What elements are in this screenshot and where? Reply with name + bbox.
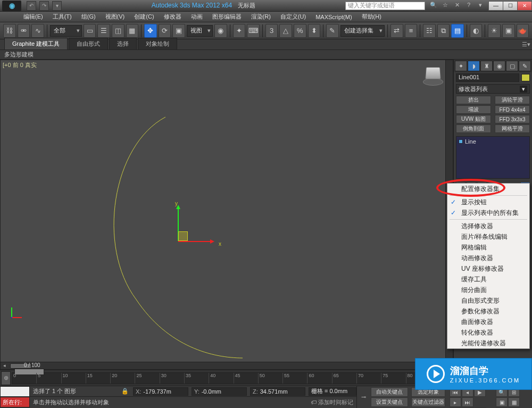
named-sel-combo[interactable]: 创建选择集: [340, 25, 385, 37]
render-setup-icon[interactable]: ☀: [488, 24, 501, 38]
set-key-icon[interactable]: ⊕: [1, 371, 11, 385]
tab-hierarchy-icon[interactable]: ♜: [480, 61, 493, 71]
window-close-button[interactable]: ✕: [517, 1, 532, 11]
ctx-item-7[interactable]: UV 座标修改器: [447, 263, 529, 274]
select-object-icon[interactable]: ▭: [84, 24, 96, 38]
infocenter-exchange-icon[interactable]: ✕: [453, 2, 461, 10]
ctx-item-0[interactable]: 配置修改器集: [447, 184, 529, 194]
schematic-view-icon[interactable]: ▤: [451, 24, 464, 38]
goto-end-icon[interactable]: ⏭: [462, 397, 473, 407]
ctx-item-9[interactable]: 细分曲面: [447, 285, 529, 295]
layers-icon[interactable]: ☷: [423, 24, 436, 38]
curve-editor-icon[interactable]: ⧉: [437, 24, 450, 38]
object-color-swatch[interactable]: [521, 74, 530, 81]
menu-grapheditors[interactable]: 图形编辑器: [208, 12, 246, 22]
stack-toggle-icon[interactable]: [459, 139, 463, 144]
scene-spline[interactable]: [1, 60, 453, 370]
mod-btn-bevelprof[interactable]: 倒角剖面: [456, 124, 491, 133]
ctx-item-2[interactable]: ✓显示列表中的所有集: [447, 207, 529, 218]
viewport-front[interactable]: [+0 前 0 真实 y x ◂ 0 / 100 ▸: [0, 60, 453, 370]
tab-create-icon[interactable]: ✦: [455, 61, 467, 71]
percent-snap-icon[interactable]: %: [294, 24, 306, 38]
ribbon-tab-graphite[interactable]: Graphite 建模工具: [4, 38, 68, 49]
mirror-icon[interactable]: ⇄: [390, 24, 403, 38]
stack-item-line[interactable]: Line: [458, 138, 528, 145]
link-icon[interactable]: ⛓: [3, 24, 16, 38]
angle-snap-icon[interactable]: △: [279, 24, 292, 38]
mod-btn-extrude[interactable]: 挤出: [456, 96, 491, 104]
mod-btn-ffd4[interactable]: FFD 4x4x4: [495, 105, 530, 114]
infocenter-subscription-icon[interactable]: ☆: [441, 2, 450, 10]
app-icon[interactable]: ◉: [2, 1, 21, 11]
viewport-scrollbar-h[interactable]: ◂ 0 / 100 ▸: [1, 362, 453, 369]
window-maximize-button[interactable]: ☐: [503, 1, 518, 11]
key-mode-icon[interactable]: ⊸: [359, 394, 369, 401]
tab-utilities-icon[interactable]: ✎: [519, 61, 531, 71]
zoom-extents-icon[interactable]: ▣: [496, 397, 508, 407]
tab-motion-icon[interactable]: ◉: [493, 61, 505, 71]
select-scale-icon[interactable]: ▣: [172, 24, 185, 38]
pivot-center-icon[interactable]: ◉: [214, 24, 227, 38]
auto-key-button[interactable]: 自动关键点: [371, 387, 408, 397]
mini-listener-bottom[interactable]: 所在行:: [0, 397, 30, 407]
align-icon[interactable]: ≡: [405, 24, 418, 38]
menu-views[interactable]: 视图(V): [101, 12, 129, 22]
ribbon-tab-objpaint[interactable]: 对象绘制: [138, 38, 177, 49]
spinner-snap-icon[interactable]: ⬍: [308, 24, 321, 38]
select-name-icon[interactable]: ☰: [97, 24, 110, 38]
menu-customize[interactable]: 自定义(U): [276, 12, 310, 22]
select-rotate-icon[interactable]: ⟳: [159, 24, 171, 38]
zoom-extents-all-icon[interactable]: ▦: [508, 397, 520, 407]
infocenter-search-icon[interactable]: 🔍: [429, 2, 438, 10]
ctx-item-11[interactable]: 参数化修改器: [447, 306, 529, 317]
menu-help[interactable]: 帮助(H): [358, 12, 386, 22]
time-tag-button[interactable]: 🏷 添加时间标记: [311, 398, 353, 406]
window-minimize-button[interactable]: —: [488, 1, 503, 11]
rendered-frame-icon[interactable]: ▣: [502, 24, 515, 38]
selection-filter-combo[interactable]: 全部: [50, 25, 82, 37]
scroll-left-icon[interactable]: ◂: [1, 363, 8, 369]
menu-tools[interactable]: 工具(T): [48, 12, 76, 22]
ribbon-tab-selection[interactable]: 选择: [109, 38, 137, 49]
ctx-item-10[interactable]: 自由形式变形: [447, 295, 529, 306]
select-region-icon[interactable]: ◫: [112, 24, 124, 38]
render-production-icon[interactable]: 🫖: [517, 24, 529, 38]
unlink-icon[interactable]: ⚮: [18, 24, 30, 38]
infocenter-dropdown-icon[interactable]: ▾: [476, 2, 485, 10]
tab-modify-icon[interactable]: ◗: [468, 61, 480, 71]
menu-rendering[interactable]: 渲染(R): [247, 12, 275, 22]
ctx-item-6[interactable]: 动画修改器: [447, 253, 529, 263]
key-filters-button[interactable]: 关键点过滤器: [411, 397, 445, 407]
tab-display-icon[interactable]: ▢: [506, 61, 518, 71]
ctx-item-3[interactable]: 选择修改器: [447, 221, 529, 231]
snap-toggle-3-icon[interactable]: 3: [265, 24, 278, 38]
coord-y-input[interactable]: Y:-0.0mm: [192, 387, 247, 396]
object-name-input[interactable]: Line001: [456, 73, 519, 82]
ctx-item-12[interactable]: 曲面修改器: [447, 317, 529, 327]
edit-named-sel-icon[interactable]: ✎: [326, 24, 339, 38]
set-key-button[interactable]: 设置关键点: [371, 397, 408, 407]
qat-dropdown-icon[interactable]: ▾: [52, 1, 62, 11]
select-move-icon[interactable]: ✥: [144, 24, 157, 38]
menu-create[interactable]: 创建(C): [130, 12, 158, 22]
ribbon-panel-label[interactable]: 多边形建模: [4, 51, 34, 59]
next-frame-icon[interactable]: ▸: [450, 397, 461, 407]
help-search-input[interactable]: 键入关键字或短语: [345, 2, 425, 10]
ribbon-minimize-icon[interactable]: ☰▾: [520, 41, 532, 49]
window-crossing-icon[interactable]: ▦: [126, 24, 139, 38]
transform-gizmo[interactable]: y x: [175, 208, 226, 259]
coord-x-input[interactable]: X:-179.737m: [133, 387, 188, 396]
ctx-item-14[interactable]: 光能传递修改器: [447, 338, 529, 348]
infocenter-help-icon[interactable]: ?: [464, 2, 473, 10]
ribbon-tab-freeform[interactable]: 自由形式: [69, 38, 108, 49]
coord-z-input[interactable]: Z:34.571mm: [250, 387, 305, 396]
mod-btn-uvwmap[interactable]: UVW 贴图: [456, 115, 491, 123]
modifier-stack[interactable]: Line: [456, 136, 530, 179]
menu-maxscript[interactable]: MAXScript(M): [311, 13, 356, 21]
bind-spacewarp-icon[interactable]: ∿: [31, 24, 44, 38]
ctx-item-13[interactable]: 转化修改器: [447, 327, 529, 338]
manipulate-icon[interactable]: ✦: [233, 24, 246, 38]
menu-animation[interactable]: 动画: [187, 12, 207, 22]
qat-undo-icon[interactable]: ↶: [27, 1, 36, 11]
mod-btn-collapse[interactable]: 塌波: [456, 105, 491, 114]
